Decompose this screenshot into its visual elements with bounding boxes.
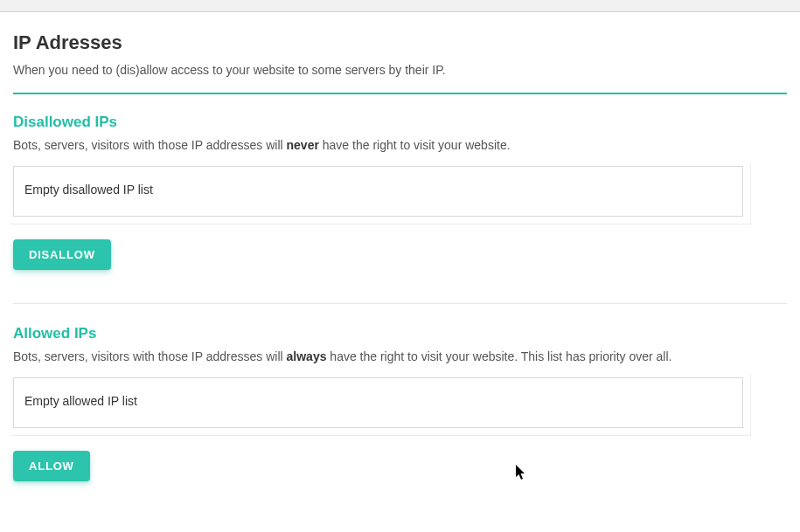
disallowed-ips-title: Disallowed IPs (13, 114, 787, 131)
allowed-ip-list-text: Empty allowed IP list (24, 394, 137, 408)
disallowed-desc-bold: never (287, 138, 319, 152)
allowed-listbox-wrap: Empty allowed IP list (13, 377, 787, 440)
title-divider (13, 93, 787, 94)
allowed-desc-pre: Bots, servers, visitors with those IP ad… (13, 349, 287, 363)
page-description: When you need to (dis)allow access to yo… (13, 63, 787, 77)
page-content: IP Adresses When you need to (dis)allow … (0, 12, 800, 481)
disallowed-listbox-wrap: Empty disallowed IP list (13, 166, 787, 229)
allowed-ips-title: Allowed IPs (13, 325, 787, 342)
allowed-ips-section: Allowed IPs Bots, servers, visitors with… (13, 325, 787, 481)
disallow-button[interactable]: DISALLOW (13, 239, 111, 270)
disallowed-ip-list[interactable]: Empty disallowed IP list (13, 166, 743, 217)
allow-button[interactable]: ALLOW (13, 451, 90, 481)
disallowed-desc-post: have the right to visit your website. (319, 138, 511, 152)
allowed-ip-list[interactable]: Empty allowed IP list (13, 377, 743, 428)
allowed-desc-post: have the right to visit your website. Th… (326, 349, 671, 363)
disallowed-ips-description: Bots, servers, visitors with those IP ad… (13, 138, 787, 152)
section-divider (13, 303, 787, 304)
page-title: IP Adresses (13, 31, 787, 54)
disallowed-ip-list-text: Empty disallowed IP list (24, 183, 153, 197)
allowed-desc-bold: always (287, 349, 327, 363)
window-chrome-topbar (0, 0, 800, 12)
disallowed-desc-pre: Bots, servers, visitors with those IP ad… (13, 138, 287, 152)
allowed-ips-description: Bots, servers, visitors with those IP ad… (13, 349, 787, 363)
disallowed-ips-section: Disallowed IPs Bots, servers, visitors w… (13, 114, 787, 270)
